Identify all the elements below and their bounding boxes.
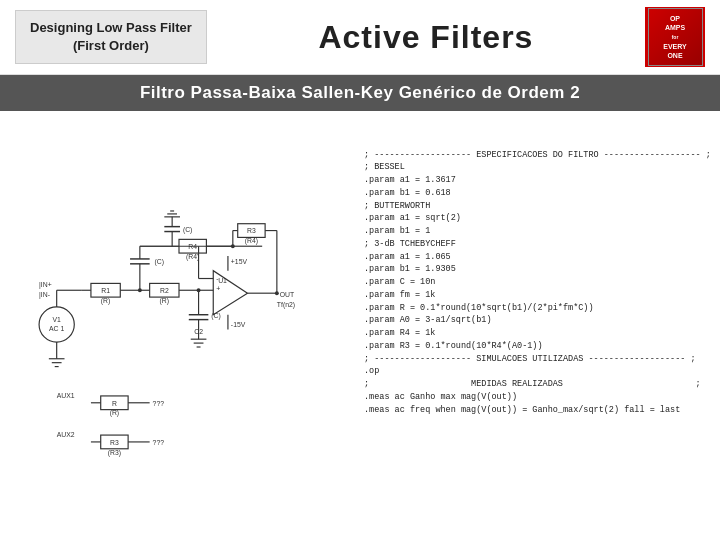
left-label-line2: (First Order) bbox=[73, 38, 149, 53]
header-center: Active Filters bbox=[207, 19, 645, 56]
code-line: ; MEDIDAS REALIZADAS ; bbox=[364, 378, 706, 391]
code-text: ; ------------------- ESPECIFICACOES DO … bbox=[364, 149, 706, 417]
svg-text:R: R bbox=[112, 400, 117, 407]
code-line: .param b1 = 1 bbox=[364, 225, 706, 238]
main-content: V1 AC 1 |IN+ |IN- R1 (R) R2 bbox=[0, 111, 720, 538]
svg-text:|IN-: |IN- bbox=[39, 291, 50, 299]
book-cover: OPAMPSforEVERYONE bbox=[645, 7, 705, 67]
code-line: .param R = 0.1*round(10*sqrt(b1)/(2*pi*f… bbox=[364, 302, 706, 315]
svg-text:R1: R1 bbox=[101, 287, 110, 294]
svg-text:R3: R3 bbox=[110, 439, 119, 446]
svg-text:???: ??? bbox=[153, 439, 165, 446]
svg-text:(R4): (R4) bbox=[186, 253, 199, 261]
svg-text:R4: R4 bbox=[188, 243, 197, 250]
svg-rect-0 bbox=[27, 119, 330, 530]
subtitle-bar: Filtro Passa-Baixa Sallen-Key Genérico d… bbox=[0, 75, 720, 111]
svg-text:(C): (C) bbox=[183, 226, 193, 234]
svg-text:-15V: -15V bbox=[231, 321, 246, 328]
svg-text:(R): (R) bbox=[160, 297, 170, 305]
code-area: ; ------------------- ESPECIFICACOES DO … bbox=[358, 119, 712, 530]
code-line: .param C = 10n bbox=[364, 276, 706, 289]
code-line: .param R3 = 0.1*round(10*R4*(A0-1)) bbox=[364, 340, 706, 353]
left-label-line1: Designing Low Pass Filter bbox=[30, 20, 192, 35]
svg-text:|IN+: |IN+ bbox=[39, 281, 52, 289]
subtitle-text: Filtro Passa-Baixa Sallen-Key Genérico d… bbox=[140, 83, 580, 102]
book-text: OPAMPSforEVERYONE bbox=[663, 14, 686, 59]
svg-text:Tf(n2): Tf(n2) bbox=[277, 301, 295, 309]
svg-text:+15V: +15V bbox=[231, 258, 248, 265]
circuit-diagram: V1 AC 1 |IN+ |IN- R1 (R) R2 bbox=[8, 119, 350, 530]
svg-text:R3: R3 bbox=[247, 227, 256, 234]
code-line: ; ------------------- SIMULACOES UTILIZA… bbox=[364, 353, 706, 366]
svg-text:+: + bbox=[216, 285, 220, 292]
code-line: .op bbox=[364, 365, 706, 378]
code-line: .param fm = 1k bbox=[364, 289, 706, 302]
svg-text:U1: U1 bbox=[218, 277, 227, 284]
page-title: Active Filters bbox=[207, 19, 645, 56]
svg-text:???: ??? bbox=[153, 400, 165, 407]
code-line: ; 3-dB TCHEBYCHEFF bbox=[364, 238, 706, 251]
svg-text:(C): (C) bbox=[155, 258, 165, 266]
code-line: .meas ac freq when mag(V(out)) = Ganho_m… bbox=[364, 404, 706, 417]
svg-text:-: - bbox=[216, 275, 218, 282]
book-image: OPAMPSforEVERYONE bbox=[648, 8, 703, 66]
code-line: ; BESSEL bbox=[364, 161, 706, 174]
code-line: .param A0 = 3-a1/sqrt(b1) bbox=[364, 314, 706, 327]
code-line: .param R4 = 1k bbox=[364, 327, 706, 340]
svg-text:V1: V1 bbox=[52, 316, 61, 323]
code-line: .param a1 = sqrt(2) bbox=[364, 212, 706, 225]
code-line: ; ------------------- ESPECIFICACOES DO … bbox=[364, 149, 706, 162]
code-line: .param b1 = 1.9305 bbox=[364, 263, 706, 276]
svg-point-65 bbox=[275, 291, 279, 295]
svg-text:(R): (R) bbox=[101, 297, 111, 305]
code-line: .param a1 = 1.3617 bbox=[364, 174, 706, 187]
svg-text:AUX1: AUX1 bbox=[57, 392, 75, 399]
svg-text:(R4): (R4) bbox=[245, 237, 258, 245]
svg-text:R2: R2 bbox=[160, 287, 169, 294]
svg-text:AUX2: AUX2 bbox=[57, 431, 75, 438]
code-line: .meas ac Ganho max mag(V(out)) bbox=[364, 391, 706, 404]
header: Designing Low Pass Filter (First Order) … bbox=[0, 0, 720, 75]
svg-text:OUT: OUT bbox=[280, 291, 295, 298]
code-line: .param a1 = 1.065 bbox=[364, 251, 706, 264]
svg-text:(R): (R) bbox=[110, 410, 120, 418]
code-line: .param b1 = 0.618 bbox=[364, 187, 706, 200]
code-line: ; BUTTERWORTH bbox=[364, 200, 706, 213]
svg-text:(R3): (R3) bbox=[108, 449, 121, 457]
left-label: Designing Low Pass Filter (First Order) bbox=[15, 10, 207, 64]
svg-text:AC 1: AC 1 bbox=[49, 325, 64, 332]
circuit-area: V1 AC 1 |IN+ |IN- R1 (R) R2 bbox=[8, 119, 350, 530]
